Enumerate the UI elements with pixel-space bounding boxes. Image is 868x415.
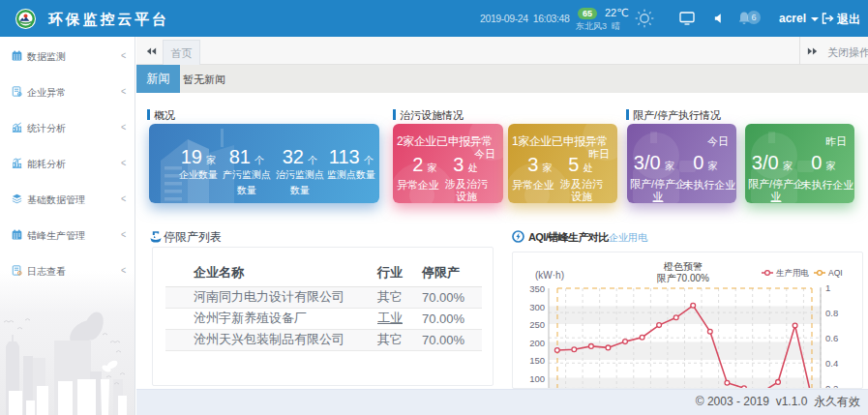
svg-text:生产用电: 生产用电 (776, 268, 810, 278)
svg-text:AQI: AQI (828, 268, 843, 278)
svg-text:1: 1 (825, 282, 830, 293)
svg-text:0.4: 0.4 (825, 358, 838, 369)
svg-text:150: 150 (529, 355, 545, 366)
svg-text:(kW·h): (kW·h) (535, 270, 564, 281)
svg-text:300: 300 (529, 302, 545, 312)
svg-text:100: 100 (529, 373, 545, 384)
svg-text:200: 200 (529, 338, 545, 348)
svg-text:250: 250 (529, 319, 545, 330)
svg-text:限产70.00%: 限产70.00% (657, 273, 709, 283)
svg-text:橙色预警: 橙色预警 (663, 261, 703, 272)
svg-text:0.8: 0.8 (825, 308, 838, 318)
svg-text:0.6: 0.6 (825, 333, 838, 343)
svg-text:350: 350 (529, 283, 545, 294)
